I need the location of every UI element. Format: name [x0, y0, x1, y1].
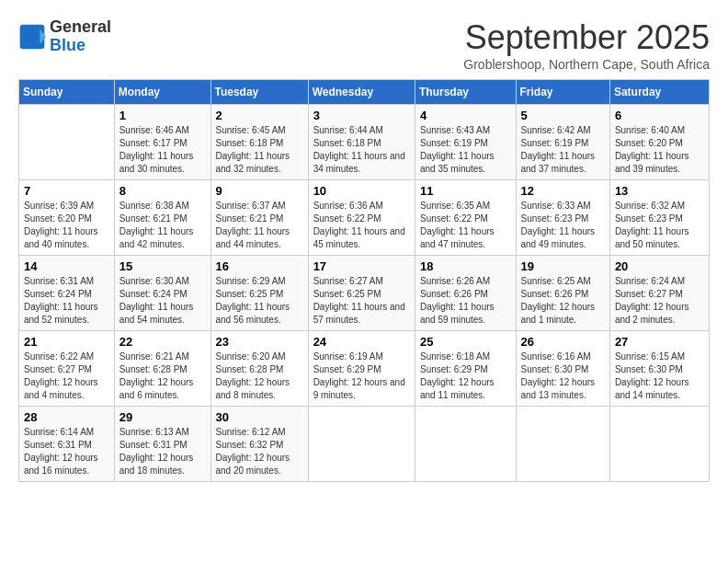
calendar-day-cell: 7Sunrise: 6:39 AMSunset: 6:20 PMDaylight…	[19, 180, 115, 256]
day-number: 26	[521, 335, 605, 349]
day-info: Sunrise: 6:33 AMSunset: 6:23 PMDaylight:…	[521, 200, 605, 251]
day-number: 6	[615, 109, 704, 122]
calendar-day-cell: 19Sunrise: 6:25 AMSunset: 6:26 PMDayligh…	[516, 256, 609, 331]
day-info: Sunrise: 6:21 AMSunset: 6:28 PMDaylight:…	[119, 350, 206, 402]
calendar-week-row: 1Sunrise: 6:46 AMSunset: 6:17 PMDaylight…	[19, 105, 710, 180]
day-info: Sunrise: 6:38 AMSunset: 6:21 PMDaylight:…	[119, 200, 206, 251]
weekday-header-cell: Sunday	[19, 80, 115, 105]
calendar-table: SundayMondayTuesdayWednesdayThursdayFrid…	[18, 79, 710, 482]
day-info: Sunrise: 6:39 AMSunset: 6:20 PMDaylight:…	[24, 200, 109, 251]
day-info: Sunrise: 6:35 AMSunset: 6:22 PMDaylight:…	[420, 200, 511, 251]
logo-text-line1: General	[50, 18, 111, 37]
calendar-day-cell: 14Sunrise: 6:31 AMSunset: 6:24 PMDayligh…	[19, 256, 115, 331]
day-info: Sunrise: 6:12 AMSunset: 6:32 PMDaylight:…	[216, 426, 303, 477]
day-number: 17	[313, 259, 410, 273]
calendar-week-row: 14Sunrise: 6:31 AMSunset: 6:24 PMDayligh…	[19, 256, 710, 331]
weekday-header-cell: Thursday	[415, 80, 516, 105]
weekday-header-cell: Saturday	[609, 80, 709, 105]
calendar-week-row: 28Sunrise: 6:14 AMSunset: 6:31 PMDayligh…	[19, 407, 710, 482]
day-info: Sunrise: 6:26 AMSunset: 6:26 PMDaylight:…	[420, 275, 511, 327]
calendar-day-cell: 13Sunrise: 6:32 AMSunset: 6:23 PMDayligh…	[609, 180, 709, 256]
day-info: Sunrise: 6:44 AMSunset: 6:18 PMDaylight:…	[313, 124, 410, 176]
weekday-header-cell: Tuesday	[210, 80, 308, 105]
month-title: September 2025	[463, 18, 710, 57]
day-number: 24	[313, 335, 410, 349]
logo: General Blue	[18, 18, 111, 55]
day-info: Sunrise: 6:30 AMSunset: 6:24 PMDaylight:…	[119, 275, 206, 327]
day-number: 1	[119, 109, 206, 122]
calendar-day-cell: 18Sunrise: 6:26 AMSunset: 6:26 PMDayligh…	[415, 256, 516, 331]
calendar-day-cell: 30Sunrise: 6:12 AMSunset: 6:32 PMDayligh…	[210, 407, 308, 482]
day-info: Sunrise: 6:29 AMSunset: 6:25 PMDaylight:…	[216, 275, 303, 327]
day-info: Sunrise: 6:15 AMSunset: 6:30 PMDaylight:…	[615, 350, 704, 402]
calendar-day-cell: 6Sunrise: 6:40 AMSunset: 6:20 PMDaylight…	[609, 105, 709, 180]
calendar-day-cell: 15Sunrise: 6:30 AMSunset: 6:24 PMDayligh…	[114, 256, 210, 331]
day-info: Sunrise: 6:24 AMSunset: 6:27 PMDaylight:…	[615, 275, 704, 327]
calendar-day-cell: 8Sunrise: 6:38 AMSunset: 6:21 PMDaylight…	[114, 180, 210, 256]
day-info: Sunrise: 6:16 AMSunset: 6:30 PMDaylight:…	[521, 350, 605, 402]
calendar-day-cell: 11Sunrise: 6:35 AMSunset: 6:22 PMDayligh…	[415, 180, 516, 256]
day-info: Sunrise: 6:37 AMSunset: 6:21 PMDaylight:…	[216, 200, 303, 251]
calendar-week-row: 7Sunrise: 6:39 AMSunset: 6:20 PMDaylight…	[19, 180, 710, 256]
day-number: 29	[119, 410, 206, 424]
calendar-day-cell: 5Sunrise: 6:42 AMSunset: 6:19 PMDaylight…	[516, 105, 609, 180]
day-info: Sunrise: 6:31 AMSunset: 6:24 PMDaylight:…	[24, 275, 109, 327]
logo-text-line2: Blue	[50, 37, 111, 55]
day-number: 7	[24, 184, 109, 198]
day-info: Sunrise: 6:42 AMSunset: 6:19 PMDaylight:…	[521, 124, 605, 176]
calendar-day-cell	[415, 407, 516, 482]
calendar-day-cell: 3Sunrise: 6:44 AMSunset: 6:18 PMDaylight…	[308, 105, 415, 180]
calendar-day-cell: 20Sunrise: 6:24 AMSunset: 6:27 PMDayligh…	[609, 256, 709, 331]
day-info: Sunrise: 6:46 AMSunset: 6:17 PMDaylight:…	[119, 124, 206, 176]
day-number: 9	[216, 184, 303, 198]
calendar-week-row: 21Sunrise: 6:22 AMSunset: 6:27 PMDayligh…	[19, 331, 710, 407]
day-number: 2	[216, 109, 303, 122]
day-number: 21	[24, 335, 109, 349]
day-number: 18	[420, 259, 511, 273]
day-number: 4	[420, 109, 511, 122]
calendar-day-cell: 26Sunrise: 6:16 AMSunset: 6:30 PMDayligh…	[516, 331, 609, 407]
day-info: Sunrise: 6:18 AMSunset: 6:29 PMDaylight:…	[420, 350, 511, 402]
logo-icon	[18, 23, 46, 51]
calendar-day-cell: 25Sunrise: 6:18 AMSunset: 6:29 PMDayligh…	[415, 331, 516, 407]
day-info: Sunrise: 6:27 AMSunset: 6:25 PMDaylight:…	[313, 275, 410, 327]
day-info: Sunrise: 6:32 AMSunset: 6:23 PMDaylight:…	[615, 200, 704, 251]
day-number: 25	[420, 335, 511, 349]
weekday-header-row: SundayMondayTuesdayWednesdayThursdayFrid…	[19, 80, 710, 105]
calendar-day-cell: 23Sunrise: 6:20 AMSunset: 6:28 PMDayligh…	[210, 331, 308, 407]
weekday-header-cell: Wednesday	[308, 80, 415, 105]
day-number: 20	[615, 259, 704, 273]
calendar-day-cell	[516, 407, 609, 482]
calendar-day-cell: 16Sunrise: 6:29 AMSunset: 6:25 PMDayligh…	[210, 256, 308, 331]
day-info: Sunrise: 6:19 AMSunset: 6:29 PMDaylight:…	[313, 350, 410, 402]
calendar-day-cell: 1Sunrise: 6:46 AMSunset: 6:17 PMDaylight…	[114, 105, 210, 180]
day-info: Sunrise: 6:36 AMSunset: 6:22 PMDaylight:…	[313, 200, 410, 251]
calendar-day-cell: 10Sunrise: 6:36 AMSunset: 6:22 PMDayligh…	[308, 180, 415, 256]
day-number: 8	[119, 184, 206, 198]
day-number: 14	[24, 259, 109, 273]
day-number: 11	[420, 184, 511, 198]
calendar-day-cell: 4Sunrise: 6:43 AMSunset: 6:19 PMDaylight…	[415, 105, 516, 180]
day-number: 15	[119, 259, 206, 273]
calendar-day-cell: 9Sunrise: 6:37 AMSunset: 6:21 PMDaylight…	[210, 180, 308, 256]
day-number: 19	[521, 259, 605, 273]
calendar-day-cell: 17Sunrise: 6:27 AMSunset: 6:25 PMDayligh…	[308, 256, 415, 331]
location-subtitle: Groblershoop, Northern Cape, South Afric…	[463, 57, 710, 72]
day-number: 3	[313, 109, 410, 122]
calendar-day-cell: 2Sunrise: 6:45 AMSunset: 6:18 PMDaylight…	[210, 105, 308, 180]
day-number: 23	[216, 335, 303, 349]
weekday-header-cell: Friday	[516, 80, 609, 105]
day-info: Sunrise: 6:20 AMSunset: 6:28 PMDaylight:…	[216, 350, 303, 402]
day-info: Sunrise: 6:40 AMSunset: 6:20 PMDaylight:…	[615, 124, 704, 176]
day-number: 22	[119, 335, 206, 349]
day-number: 30	[216, 410, 303, 424]
calendar-day-cell: 22Sunrise: 6:21 AMSunset: 6:28 PMDayligh…	[114, 331, 210, 407]
day-info: Sunrise: 6:13 AMSunset: 6:31 PMDaylight:…	[119, 426, 206, 477]
day-number: 10	[313, 184, 410, 198]
day-info: Sunrise: 6:25 AMSunset: 6:26 PMDaylight:…	[521, 275, 605, 327]
calendar-day-cell: 27Sunrise: 6:15 AMSunset: 6:30 PMDayligh…	[609, 331, 709, 407]
day-number: 27	[615, 335, 704, 349]
calendar-day-cell	[308, 407, 415, 482]
day-number: 16	[216, 259, 303, 273]
day-info: Sunrise: 6:43 AMSunset: 6:19 PMDaylight:…	[420, 124, 511, 176]
